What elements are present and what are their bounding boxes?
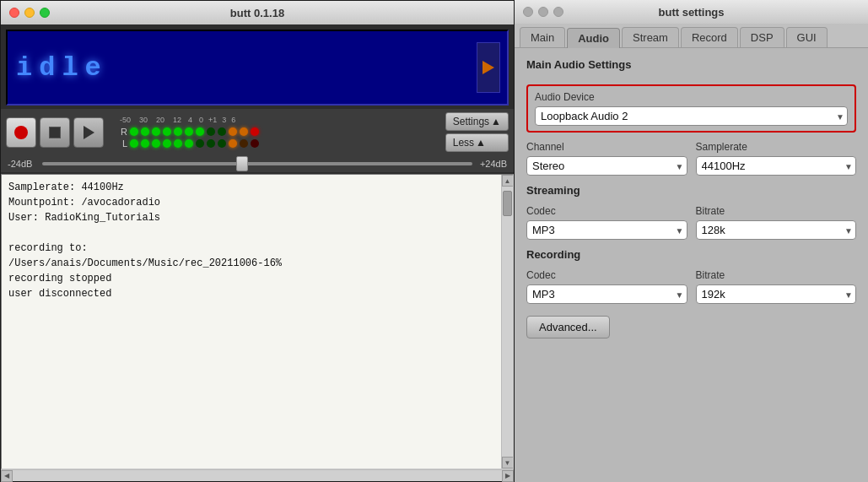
record-button[interactable] xyxy=(6,117,36,148)
led-r-11 xyxy=(240,127,248,136)
recording-section: Recording Codec MP3 AAC OGG WAV ▼ xyxy=(526,248,856,304)
recording-codec-wrapper: MP3 AAC OGG WAV ▼ xyxy=(526,284,687,304)
led-l-8 xyxy=(207,139,215,148)
section-title: Main Audio Settings xyxy=(526,58,856,71)
recording-codec-select[interactable]: MP3 AAC OGG WAV xyxy=(526,284,687,304)
log-scrollbar: ▲ ▼ xyxy=(501,175,513,468)
maximize-button[interactable] xyxy=(40,8,50,18)
stop-icon xyxy=(49,127,61,138)
channel-samplerate-row: Channel Stereo Mono ▼ Samplerate 44100Hz… xyxy=(526,141,856,176)
minimize-button[interactable] xyxy=(24,8,35,18)
log-line-7: recording stopped xyxy=(8,271,494,286)
streaming-bitrate-wrapper: 128k 192k 256k 320k ▼ xyxy=(696,220,857,240)
led-r-1 xyxy=(130,127,138,136)
tab-gui[interactable]: GUI xyxy=(786,27,828,47)
h-scroll-left[interactable]: ◀ xyxy=(1,470,13,482)
led-l-12 xyxy=(251,139,259,148)
close-button[interactable] xyxy=(9,8,19,18)
led-r-2 xyxy=(141,127,149,136)
log-area: Samplerate: 44100Hz Mountpoint: /avocado… xyxy=(1,174,514,469)
led-r-5 xyxy=(174,127,182,136)
channel-select[interactable]: Stereo Mono xyxy=(526,156,687,176)
title-bar-left: butt 0.1.18 xyxy=(1,1,514,24)
tab-record[interactable]: Record xyxy=(681,27,738,47)
scroll-down-arrow[interactable]: ▼ xyxy=(502,457,514,468)
recording-bitrate-wrapper: 128k 192k 256k 320k ▼ xyxy=(696,284,857,304)
led-l-2 xyxy=(141,139,149,148)
audio-device-label: Audio Device xyxy=(535,91,848,103)
streaming-codec-group: Codec MP3 AAC OGG ▼ xyxy=(526,205,687,240)
h-scroll-track[interactable] xyxy=(13,470,502,481)
gray-light-1 xyxy=(523,7,533,17)
gray-light-2 xyxy=(538,7,548,17)
tab-dsp[interactable]: DSP xyxy=(740,27,784,47)
tabs-row: Main Audio Stream Record DSP GUI xyxy=(515,24,868,48)
stop-button[interactable] xyxy=(40,117,70,148)
samplerate-select[interactable]: 44100Hz 48000Hz 22050Hz xyxy=(696,156,857,176)
led-r-10 xyxy=(229,127,237,136)
audio-device-select[interactable]: Loopback Audio 2 xyxy=(535,106,848,126)
gray-light-3 xyxy=(553,7,563,17)
log-line-5: recording to: xyxy=(8,241,494,256)
recording-bitrate-label: Bitrate xyxy=(696,269,857,281)
display-play-button[interactable] xyxy=(477,42,500,93)
log-content: Samplerate: 44100Hz Mountpoint: /avocado… xyxy=(2,175,501,468)
controls-row: -50 30 20 12 4 0 +1 3 6 R xyxy=(1,109,514,155)
streaming-label: Streaming xyxy=(526,184,856,197)
play-arrow-icon xyxy=(483,61,494,74)
scroll-thumb[interactable] xyxy=(503,191,512,216)
right-buttons: Settings ▲ Less ▲ xyxy=(445,112,509,152)
led-r-9 xyxy=(218,127,226,136)
audio-device-section: Audio Device Loopback Audio 2 ▼ xyxy=(526,84,856,133)
scroll-up-arrow[interactable]: ▲ xyxy=(502,175,514,187)
led-l-1 xyxy=(130,139,138,148)
main-window: butt 0.1.18 idle -50 30 20 12 4 0 xyxy=(0,0,515,482)
settings-content: Main Audio Settings Audio Device Loopbac… xyxy=(515,48,868,482)
title-bar-right: butt settings xyxy=(515,0,868,24)
led-l-4 xyxy=(163,139,171,148)
streaming-codec-select[interactable]: MP3 AAC OGG xyxy=(526,220,687,240)
traffic-lights-right xyxy=(523,7,563,17)
recording-bitrate-select[interactable]: 128k 192k 256k 320k xyxy=(696,284,857,304)
channel-group: Channel Stereo Mono ▼ xyxy=(526,141,687,176)
samplerate-select-wrapper: 44100Hz 48000Hz 22050Hz ▼ xyxy=(696,156,857,176)
traffic-lights xyxy=(9,8,50,18)
samplerate-label: Samplerate xyxy=(696,141,857,153)
samplerate-group: Samplerate 44100Hz 48000Hz 22050Hz ▼ xyxy=(696,141,857,176)
led-l-10 xyxy=(229,139,237,148)
log-line-4 xyxy=(8,225,494,241)
vu-row-r: R xyxy=(116,127,259,137)
play-button[interactable] xyxy=(73,117,104,148)
channel-label: Channel xyxy=(526,141,687,153)
led-l-6 xyxy=(185,139,193,148)
streaming-codec-wrapper: MP3 AAC OGG ▼ xyxy=(526,220,687,240)
idle-label: idle xyxy=(16,52,108,84)
volume-slider[interactable] xyxy=(42,162,472,165)
less-button[interactable]: Less ▲ xyxy=(445,133,509,152)
play-icon xyxy=(84,126,94,139)
led-l-11 xyxy=(240,139,248,148)
tab-stream[interactable]: Stream xyxy=(622,27,679,47)
led-r-7 xyxy=(196,127,204,136)
recording-label: Recording xyxy=(526,248,856,261)
led-r-3 xyxy=(152,127,160,136)
vu-row-l: L xyxy=(116,138,259,149)
audio-device-wrapper: Loopback Audio 2 ▼ xyxy=(535,106,848,126)
tab-audio[interactable]: Audio xyxy=(567,28,620,48)
led-r-8 xyxy=(207,127,215,136)
recording-bitrate-group: Bitrate 128k 192k 256k 320k ▼ xyxy=(696,269,857,304)
volume-min-label: -24dB xyxy=(8,159,37,169)
scroll-track[interactable] xyxy=(502,187,513,457)
log-line-8: user disconnected xyxy=(8,286,494,301)
advanced-button[interactable]: Advanced... xyxy=(526,316,610,338)
log-line-2: Mountpoint: /avocadoradio xyxy=(8,195,494,210)
volume-thumb[interactable] xyxy=(236,156,248,171)
led-l-5 xyxy=(174,139,182,148)
led-l-3 xyxy=(152,139,160,148)
h-scroll-right[interactable]: ▶ xyxy=(502,470,514,482)
tab-main[interactable]: Main xyxy=(520,27,565,47)
led-r-4 xyxy=(163,127,171,136)
settings-button[interactable]: Settings ▲ xyxy=(445,112,509,131)
streaming-bitrate-select[interactable]: 128k 192k 256k 320k xyxy=(696,220,857,240)
settings-window: butt settings Main Audio Stream Record D… xyxy=(515,0,868,482)
